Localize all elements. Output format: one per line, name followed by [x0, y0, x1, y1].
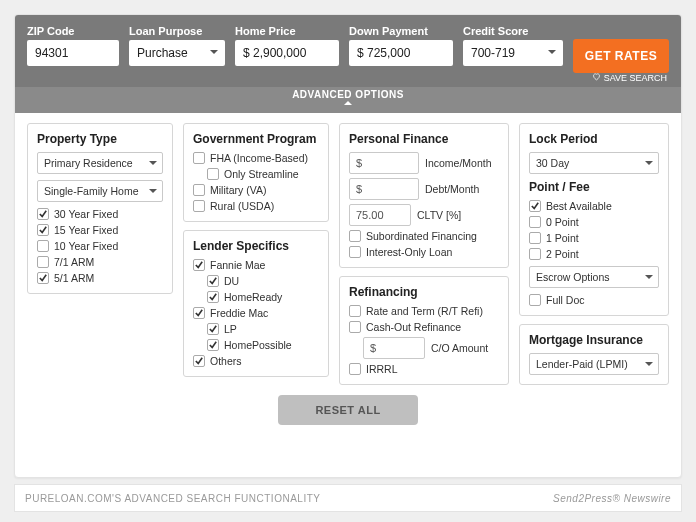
checkbox-label: 2 Point	[546, 248, 579, 260]
income-input[interactable]: $	[349, 152, 419, 174]
chevron-down-icon	[148, 158, 158, 168]
gov-card: Government Program FHA (Income-Based)Onl…	[183, 123, 329, 222]
income-label: Income/Month	[425, 157, 492, 169]
co-amount-label: C/O Amount	[431, 342, 488, 354]
irrrl-checkbox[interactable]	[349, 363, 361, 375]
app-card: ZIP Code Loan Purpose Home Price Down Pa…	[14, 14, 682, 478]
checkbox[interactable]	[193, 259, 205, 271]
credit-select[interactable]	[463, 40, 563, 66]
caption-bar: PURELOAN.COM'S ADVANCED SEARCH FUNCTIONA…	[14, 484, 682, 512]
price-label: Home Price	[235, 25, 339, 37]
checkbox-label: 1 Point	[546, 232, 579, 244]
mi-select[interactable]	[529, 353, 659, 375]
checkbox-label: 7/1 ARM	[54, 256, 94, 268]
check-row: Best Available	[529, 200, 659, 212]
fulldoc-checkbox[interactable]	[529, 294, 541, 306]
refi-card: Refinancing Rate and Term (R/T Refi) Cas…	[339, 276, 509, 385]
mi-card: Mortgage Insurance	[519, 324, 669, 385]
checkbox-label: Freddie Mac	[210, 307, 268, 319]
zip-input[interactable]	[27, 40, 119, 66]
occupancy-select[interactable]	[37, 152, 163, 174]
caption-left: PURELOAN.COM'S ADVANCED SEARCH FUNCTIONA…	[25, 493, 320, 504]
chevron-down-icon	[148, 186, 158, 196]
checkbox[interactable]	[37, 240, 49, 252]
checkbox[interactable]	[37, 208, 49, 220]
checkbox[interactable]	[207, 291, 219, 303]
col-lock-mi: Lock Period Point / Fee Best Available0 …	[519, 123, 669, 385]
checkbox-label: HomePossible	[224, 339, 292, 351]
debt-input[interactable]: $	[349, 178, 419, 200]
rt-refi-checkbox[interactable]	[349, 305, 361, 317]
checkbox[interactable]	[193, 200, 205, 212]
col-personal-refi: Personal Finance $ Income/Month $ Debt/M…	[339, 123, 509, 385]
col-property: Property Type 30 Year Fixed15 Year Fixed…	[27, 123, 173, 385]
io-checkbox[interactable]	[349, 246, 361, 258]
check-row: 0 Point	[529, 216, 659, 228]
chevron-down-icon	[644, 272, 654, 282]
checkbox[interactable]	[529, 232, 541, 244]
purpose-field: Loan Purpose	[129, 25, 225, 87]
dp-label: Down Payment	[349, 25, 453, 37]
subord-checkbox[interactable]	[349, 230, 361, 242]
checkbox-label: Fannie Mae	[210, 259, 265, 271]
top-bar: ZIP Code Loan Purpose Home Price Down Pa…	[15, 15, 681, 87]
lock-period-select[interactable]	[529, 152, 659, 174]
personal-card: Personal Finance $ Income/Month $ Debt/M…	[339, 123, 509, 268]
reset-wrap: RESET ALL	[15, 395, 681, 425]
gov-title: Government Program	[193, 132, 319, 146]
get-rates-button[interactable]: GET RATES	[573, 39, 669, 73]
co-amount-input[interactable]: $	[363, 337, 425, 359]
credit-label: Credit Score	[463, 25, 563, 37]
checkbox[interactable]	[529, 216, 541, 228]
structure-select[interactable]	[37, 180, 163, 202]
caption-right: Send2Press® Newswire	[553, 493, 671, 504]
checkbox[interactable]	[37, 256, 49, 268]
checkbox[interactable]	[37, 224, 49, 236]
cltv-input[interactable]: 75.00	[349, 204, 411, 226]
save-search-label: SAVE SEARCH	[604, 73, 667, 83]
check-row: LP	[193, 323, 319, 335]
lock-title: Lock Period	[529, 132, 659, 146]
checkbox[interactable]	[207, 339, 219, 351]
price-input[interactable]	[235, 40, 339, 66]
purpose-select[interactable]	[129, 40, 225, 66]
checkbox[interactable]	[207, 275, 219, 287]
checkbox[interactable]	[193, 307, 205, 319]
chevron-down-icon	[644, 359, 654, 369]
checkbox[interactable]	[529, 200, 541, 212]
advanced-panel: Property Type 30 Year Fixed15 Year Fixed…	[15, 113, 681, 397]
dp-input[interactable]	[349, 40, 453, 66]
reset-button[interactable]: RESET ALL	[278, 395, 418, 425]
check-row: 7/1 ARM	[37, 256, 163, 268]
check-row: 2 Point	[529, 248, 659, 260]
save-search-link[interactable]: SAVE SEARCH	[592, 72, 667, 83]
checkbox[interactable]	[37, 272, 49, 284]
refi-title: Refinancing	[349, 285, 499, 299]
check-row: Military (VA)	[193, 184, 319, 196]
check-row: HomePossible	[193, 339, 319, 351]
check-row: FHA (Income-Based)	[193, 152, 319, 164]
co-refi-checkbox[interactable]	[349, 321, 361, 333]
cltv-label: CLTV [%]	[417, 209, 461, 221]
checkbox[interactable]	[207, 323, 219, 335]
checkbox[interactable]	[193, 355, 205, 367]
checkbox[interactable]	[193, 152, 205, 164]
property-title: Property Type	[37, 132, 163, 146]
check-row: Freddie Mac	[193, 307, 319, 319]
escrow-select[interactable]	[529, 266, 659, 288]
check-row: HomeReady	[193, 291, 319, 303]
checkbox[interactable]	[207, 168, 219, 180]
checkbox[interactable]	[193, 184, 205, 196]
term-list: 30 Year Fixed15 Year Fixed10 Year Fixed7…	[37, 208, 163, 284]
lender-list: Fannie MaeDUHomeReadyFreddie MacLPHomePo…	[193, 259, 319, 367]
personal-title: Personal Finance	[349, 132, 499, 146]
check-row: 15 Year Fixed	[37, 224, 163, 236]
credit-field: Credit Score	[463, 25, 563, 87]
check-row: 10 Year Fixed	[37, 240, 163, 252]
checkbox[interactable]	[529, 248, 541, 260]
debt-label: Debt/Month	[425, 183, 479, 195]
purpose-label: Loan Purpose	[129, 25, 225, 37]
dp-field: Down Payment	[349, 25, 453, 87]
checkbox-label: DU	[224, 275, 239, 287]
advanced-options-toggle[interactable]: ADVANCED OPTIONS	[15, 87, 681, 113]
